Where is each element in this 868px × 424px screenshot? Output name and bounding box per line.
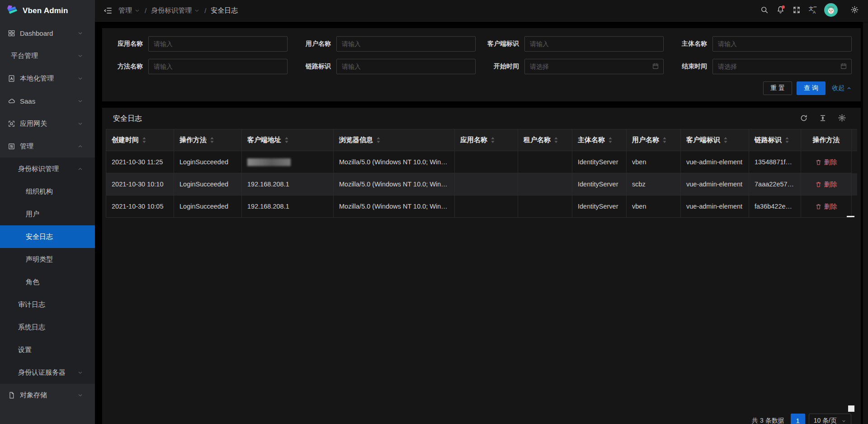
text-input[interactable] [148, 36, 288, 52]
sidebar-item-13[interactable]: 审计日志 [0, 293, 95, 316]
refresh-button[interactable] [800, 114, 808, 124]
sidebar-item-3[interactable]: 本地化管理 [0, 67, 95, 90]
table-cell: LoginSucceeded [174, 195, 242, 218]
sidebar-item-label: 平台管理 [11, 52, 77, 60]
filter-field-label: 主体名称 [674, 40, 712, 48]
text-input[interactable] [712, 36, 852, 52]
sidebar-item-label: 身份认证服务器 [18, 368, 77, 377]
sidebar-item-1[interactable]: Dashboard [0, 22, 95, 44]
column-header-9[interactable]: 客户端标识 [681, 129, 749, 151]
sidebar-item-2[interactable]: 平台管理 [0, 44, 95, 67]
sidebar-item-10[interactable]: 安全日志 [0, 225, 95, 248]
column-header-6[interactable]: 租户名称 [518, 129, 572, 151]
search-button[interactable] [756, 0, 772, 22]
text-input[interactable] [336, 36, 476, 52]
sort-carets-icon[interactable] [210, 137, 214, 143]
table-scrollbar-thumb[interactable] [847, 216, 854, 217]
filter-input-wrap [148, 59, 288, 74]
text-input[interactable] [148, 59, 288, 74]
sidebar-item-15[interactable]: 设置 [0, 338, 95, 361]
reset-button[interactable]: 重 置 [763, 81, 792, 95]
sidebar-item-16[interactable]: 身份认证服务器 [0, 361, 95, 384]
sidebar-item-11[interactable]: 声明类型 [0, 248, 95, 271]
column-header-content: 客户端标识 [686, 136, 743, 144]
sidebar-item-12[interactable]: 角色 [0, 271, 95, 293]
sidebar-item-7[interactable]: 身份标识管理 [0, 157, 95, 180]
language-button[interactable]: 文A [805, 0, 821, 22]
chevron-down-icon [77, 98, 83, 104]
text-input[interactable] [336, 59, 476, 74]
column-header-10[interactable]: 链路标识 [749, 129, 801, 151]
scrollbar-corner-thumb[interactable] [848, 405, 854, 412]
sort-carets-icon[interactable] [376, 137, 381, 143]
delete-button[interactable]: 删除 [807, 180, 846, 189]
column-header-1[interactable]: 创建时间 [106, 129, 174, 151]
breadcrumb-separator: / [204, 7, 206, 14]
filter-field-label: 链路标识 [297, 62, 336, 71]
delete-label: 删除 [824, 180, 837, 189]
sort-carets-icon[interactable] [662, 137, 667, 143]
breadcrumb-item[interactable]: 身份标识管理 [151, 6, 200, 15]
pagination-size-select[interactable]: 10 条/页 [809, 414, 851, 424]
settings-gear-icon [850, 5, 859, 16]
table-cell: IdentityServer [572, 173, 627, 195]
column-header-7[interactable]: 主体名称 [572, 129, 627, 151]
fullscreen-button[interactable] [788, 0, 805, 22]
pagination-page-1[interactable]: 1 [791, 414, 805, 424]
column-header-content: 浏览器信息 [339, 136, 449, 144]
sidebar: Vben Admin Dashboard平台管理本地化管理Saas应用网关管理身… [0, 0, 95, 424]
sort-carets-icon[interactable] [284, 137, 289, 143]
table-row: 2021-10-30 10:05LoginSucceeded192.168.20… [106, 195, 858, 218]
table-cell [518, 151, 572, 173]
column-header-label: 客户端标识 [686, 136, 720, 144]
column-header-content: 用户名称 [632, 136, 675, 144]
sidebar-item-17[interactable]: 对象存储 [0, 384, 95, 406]
column-header-5[interactable]: 应用名称 [455, 129, 518, 151]
collapse-link[interactable]: 收起 [832, 84, 852, 92]
sort-carets-icon[interactable] [491, 137, 495, 143]
window-scrollbar[interactable] [863, 22, 868, 424]
sidebar-item-14[interactable]: 系统日志 [0, 316, 95, 338]
menu-fold-icon[interactable] [100, 0, 116, 22]
sort-carets-icon[interactable] [608, 137, 613, 143]
sort-carets-icon[interactable] [142, 137, 146, 143]
column-header-2[interactable]: 操作方法 [174, 129, 242, 151]
sidebar-menu: Dashboard平台管理本地化管理Saas应用网关管理身份标识管理组织机构用户… [0, 22, 95, 424]
filter-field-label: 应用名称 [109, 40, 148, 48]
column-header-content: 应用名称 [460, 136, 512, 144]
table-cell: 192.168.208.1 [242, 173, 334, 195]
filter-input-wrap [336, 36, 476, 52]
filter-form: 应用名称用户名称客户端标识主体名称方法名称链路标识开始时间结束时间 [109, 36, 852, 74]
pagination-size-label: 10 条/页 [814, 417, 837, 424]
logo[interactable]: Vben Admin [0, 0, 95, 22]
sidebar-item-6[interactable]: 管理 [0, 135, 95, 157]
delete-button[interactable]: 删除 [807, 158, 846, 167]
breadcrumb-item[interactable]: 管理 [118, 6, 140, 15]
sidebar-item-5[interactable]: 应用网关 [0, 112, 95, 135]
column-header-4[interactable]: 浏览器信息 [334, 129, 455, 151]
column-header-content: 操作方法 [179, 136, 236, 144]
column-settings-button[interactable] [838, 114, 846, 124]
column-header-8[interactable]: 用户名称 [627, 129, 681, 151]
text-input[interactable] [524, 36, 664, 52]
sidebar-item-8[interactable]: 组织机构 [0, 180, 95, 203]
column-header-3[interactable]: 客户端地址 [242, 129, 334, 151]
breadcrumb-item-label: 管理 [118, 6, 132, 15]
sidebar-item-9[interactable]: 用户 [0, 203, 95, 225]
delete-button[interactable]: 删除 [807, 202, 846, 211]
breadcrumb-item[interactable]: 安全日志 [211, 6, 238, 15]
avatar [824, 3, 838, 19]
settings-button[interactable] [846, 0, 863, 22]
sort-carets-icon[interactable] [554, 137, 558, 143]
date-picker-input[interactable] [712, 59, 852, 74]
sidebar-item-4[interactable]: Saas [0, 90, 95, 112]
row-height-button[interactable] [819, 114, 827, 124]
sort-carets-icon[interactable] [785, 137, 789, 143]
date-picker-input[interactable] [524, 59, 664, 74]
filter-field-7: 开始时间 [486, 59, 664, 74]
search-button[interactable]: 查 询 [797, 81, 826, 95]
filter-field-label: 结束时间 [674, 62, 712, 71]
notifications-button[interactable] [772, 0, 788, 22]
sort-carets-icon[interactable] [723, 137, 728, 143]
user-avatar-button[interactable] [821, 0, 841, 22]
